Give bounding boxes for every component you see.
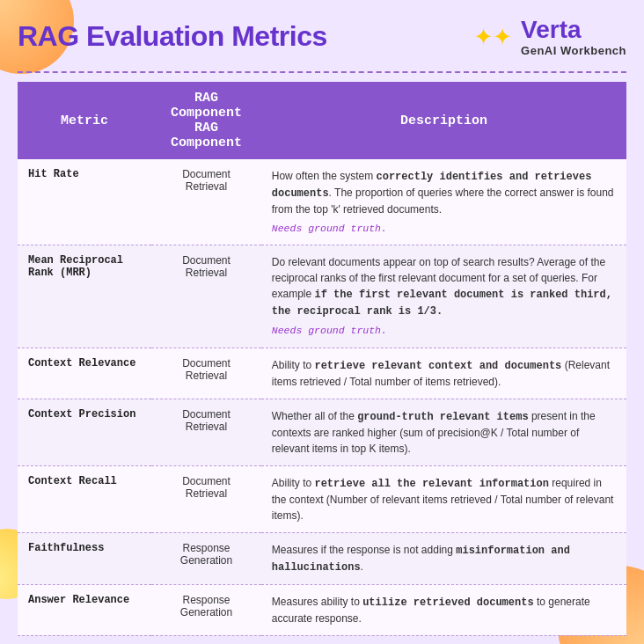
table-header-row: Metric RAG Component RAG Component RAGCo… bbox=[18, 82, 626, 159]
description-hit-rate: How often the system correctly identifie… bbox=[261, 159, 626, 245]
verta-sub: GenAI Workbench bbox=[521, 44, 626, 57]
table-row: Context Recall DocumentRetrieval Ability… bbox=[18, 465, 626, 532]
sparkle-icon: ✦✦ bbox=[474, 21, 512, 53]
page-header: RAG Evaluation Metrics ✦✦ Verta GenAI Wo… bbox=[18, 16, 626, 57]
description-context-precision: Whether all of the ground-truth relevant… bbox=[261, 399, 626, 465]
table-row: Context Relevance DocumentRetrieval Abil… bbox=[18, 348, 626, 399]
verta-name: Verta bbox=[521, 16, 582, 44]
ground-truth-note-mrr: Needs ground truth. bbox=[272, 323, 616, 338]
table-row: Hit Rate DocumentRetrieval How often the… bbox=[18, 159, 626, 245]
col-metric: Metric bbox=[18, 82, 151, 159]
description-answer-relevance: Measures ability to utilize retrieved do… bbox=[261, 584, 626, 635]
description-context-relevance: Ability to retrieve relevant context and… bbox=[261, 348, 626, 399]
rag-component-answer-relevance: ResponseGeneration bbox=[151, 584, 261, 635]
metric-context-relevance: Context Relevance bbox=[18, 348, 151, 399]
col-rag-component: RAG Component RAG Component RAGComponent bbox=[151, 82, 261, 159]
description-context-recall: Ability to retrieve all the relevant inf… bbox=[261, 465, 626, 532]
description-mrr: Do relevant documents appear on top of s… bbox=[261, 245, 626, 348]
metric-faithfulness: Faithfulness bbox=[18, 532, 151, 584]
metric-context-recall: Context Recall bbox=[18, 465, 151, 532]
rag-component-mrr: DocumentRetrieval bbox=[151, 245, 261, 348]
table-row: Context Precision DocumentRetrieval Whet… bbox=[18, 399, 626, 465]
metric-hit-rate: Hit Rate bbox=[18, 159, 151, 245]
metric-mrr: Mean ReciprocalRank (MRR) bbox=[18, 245, 151, 348]
table-row: Faithfulness ResponseGeneration Measures… bbox=[18, 532, 626, 584]
table-row: Mean ReciprocalRank (MRR) DocumentRetrie… bbox=[18, 245, 626, 348]
rag-component-hit-rate: DocumentRetrieval bbox=[151, 159, 261, 245]
description-faithfulness: Measures if the response is not adding m… bbox=[261, 532, 626, 584]
metric-context-precision: Context Precision bbox=[18, 399, 151, 465]
rag-component-context-precision: DocumentRetrieval bbox=[151, 399, 261, 465]
col-description: Description bbox=[261, 82, 626, 159]
rag-component-faithfulness: ResponseGeneration bbox=[151, 532, 261, 584]
metrics-table: Metric RAG Component RAG Component RAGCo… bbox=[18, 82, 626, 636]
header-divider bbox=[18, 71, 626, 73]
page-title: RAG Evaluation Metrics bbox=[18, 20, 327, 53]
rag-component-context-relevance: DocumentRetrieval bbox=[151, 348, 261, 399]
verta-brand: Verta GenAI Workbench bbox=[521, 16, 626, 57]
table-row: Answer Relevance ResponseGeneration Meas… bbox=[18, 584, 626, 635]
rag-component-context-recall: DocumentRetrieval bbox=[151, 465, 261, 532]
metric-answer-relevance: Answer Relevance bbox=[18, 584, 151, 635]
brand-area: ✦✦ Verta GenAI Workbench bbox=[474, 16, 626, 57]
ground-truth-note: Needs ground truth. bbox=[272, 221, 616, 236]
